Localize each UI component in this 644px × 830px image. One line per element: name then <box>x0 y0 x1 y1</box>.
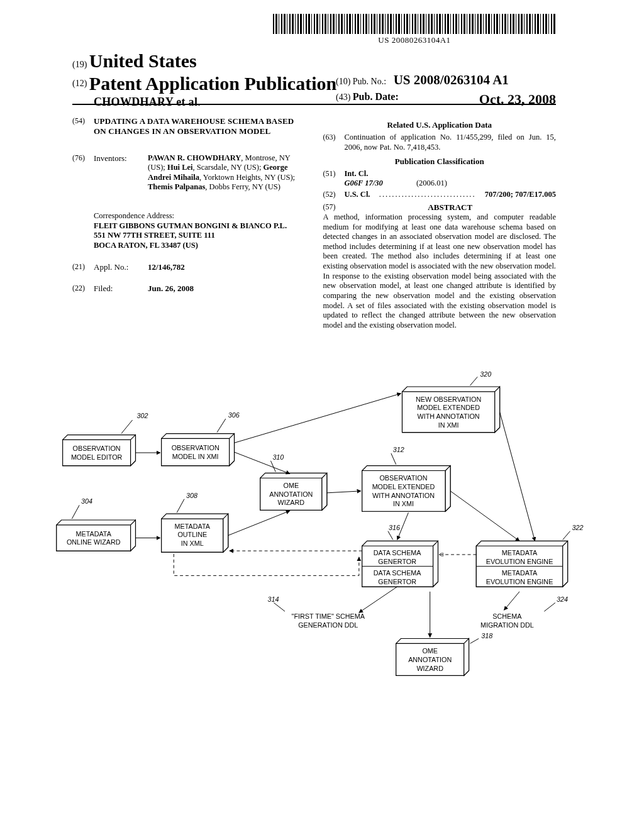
svg-text:MODEL EXTENDED: MODEL EXTENDED <box>417 404 480 411</box>
correspondence-label: Correspondence Address: <box>94 211 306 221</box>
filed-date: Jun. 26, 2008 <box>148 284 194 294</box>
uscl-value: 707/200; 707/E17.005 <box>485 190 556 200</box>
svg-line-55 <box>359 587 397 612</box>
appl-number: 12/146,782 <box>148 262 185 272</box>
pub-date: Oct. 23, 2008 <box>479 91 556 108</box>
inventors: PAWAN R. CHOWDHARY, Montrose, NY (US); H… <box>148 153 306 193</box>
svg-text:304: 304 <box>81 498 92 506</box>
box-322: METADATA EVOLUTION ENGINE METADATA EVOLU… <box>476 541 567 587</box>
code-76: (76) <box>72 153 94 193</box>
doc-type: Patent Application Publication <box>89 73 336 94</box>
correspondence-street: 551 NW 77TH STREET, SUITE 111 <box>94 231 306 241</box>
svg-text:ANNOTATION: ANNOTATION <box>269 490 313 498</box>
svg-text:IN XMI: IN XMI <box>438 421 459 429</box>
box-306: OBSERVATION MODEL IN XMI <box>162 434 235 466</box>
related-text: Continuation of application No. 11/455,2… <box>345 133 557 152</box>
box-304: METADATA ONLINE WIZARD <box>57 520 136 551</box>
correspondence-name: FLEIT GIBBONS GUTMAN BONGINI & BIANCO P.… <box>94 221 306 231</box>
svg-text:SCHEMA: SCHEMA <box>492 612 522 620</box>
svg-line-52 <box>228 511 290 535</box>
svg-text:METADATA: METADATA <box>76 530 112 538</box>
svg-text:IN XMI: IN XMI <box>393 500 414 507</box>
svg-text:ANNOTATION: ANNOTATION <box>408 656 452 663</box>
pub-number: US 2008/0263104 A1 <box>394 72 509 87</box>
code-51: (51) <box>323 169 345 189</box>
svg-text:IN XML: IN XML <box>181 540 204 547</box>
intcl-code: G06F 17/30 <box>345 179 383 187</box>
svg-text:314: 314 <box>268 595 279 603</box>
svg-text:METADATA: METADATA <box>502 569 538 577</box>
svg-text:MODEL EXTENDED: MODEL EXTENDED <box>372 483 435 490</box>
svg-text:ONLINE WIZARD: ONLINE WIZARD <box>67 538 121 546</box>
svg-text:OBSERVATION: OBSERVATION <box>73 445 121 452</box>
svg-text:DATA SCHEMA: DATA SCHEMA <box>374 549 421 556</box>
svg-text:NEW OBSERVATION: NEW OBSERVATION <box>416 396 481 403</box>
related-heading: Related U.S. Application Data <box>323 120 557 130</box>
svg-line-57 <box>450 491 519 541</box>
svg-text:MIGRATION DDL: MIGRATION DDL <box>480 621 534 629</box>
code-57: (57) <box>323 202 345 213</box>
svg-text:WITH ANNOTATION: WITH ANNOTATION <box>418 412 480 420</box>
box-316: DATA SCHEMA GENERTOR DATA SCHEMA GENERTO… <box>362 541 438 587</box>
svg-text:324: 324 <box>557 595 568 603</box>
code-12: (12) <box>72 79 87 88</box>
box-318: OME ANNOTATION WIZARD <box>396 638 469 675</box>
barcode-text: US 20080263104A1 <box>273 35 556 45</box>
intcl-version: (2006.01) <box>416 179 447 187</box>
filed-label: Filed: <box>94 284 148 294</box>
code-10: (10) <box>336 77 350 86</box>
svg-text:312: 312 <box>393 446 404 453</box>
svg-line-53 <box>327 491 361 493</box>
pubno-label: Pub. No.: <box>353 77 386 86</box>
right-column: Related U.S. Application Data (63) Conti… <box>323 116 557 330</box>
box-320: NEW OBSERVATION MODEL EXTENDED WITH ANNO… <box>402 387 500 433</box>
invention-title: UPDATING A DATA WAREHOUSE SCHEMA BASED O… <box>94 116 306 137</box>
inventors-label: Inventors: <box>94 153 148 193</box>
svg-text:306: 306 <box>228 411 240 419</box>
svg-text:320: 320 <box>480 371 491 378</box>
svg-text:MODEL EDITOR: MODEL EDITOR <box>71 453 123 461</box>
barcode-icon <box>273 14 556 34</box>
box-312: OBSERVATION MODEL EXTENDED WITH ANNOTATI… <box>362 466 450 512</box>
svg-text:METADATA: METADATA <box>502 549 538 556</box>
svg-line-54 <box>235 394 401 443</box>
pubdate-label: Pub. Date: <box>353 91 399 102</box>
box-308: METADATA OUTLINE IN XML <box>162 514 228 552</box>
figure-1: OBSERVATION MODEL EDITOR 302 METADATA ON… <box>50 371 587 805</box>
svg-text:OBSERVATION: OBSERVATION <box>379 474 427 482</box>
svg-text:EVOLUTION ENGINE: EVOLUTION ENGINE <box>486 558 553 565</box>
pubclass-heading: Publication Classification <box>323 157 557 167</box>
svg-text:322: 322 <box>572 524 583 531</box>
svg-text:OUTLINE: OUTLINE <box>177 531 207 539</box>
svg-text:308: 308 <box>186 492 197 499</box>
correspondence-city: BOCA RATON, FL 33487 (US) <box>94 241 306 251</box>
svg-text:METADATA: METADATA <box>175 523 211 530</box>
svg-text:EVOLUTION ENGINE: EVOLUTION ENGINE <box>486 578 553 585</box>
applno-label: Appl. No.: <box>94 262 148 272</box>
svg-text:"FIRST TIME" SCHEMA: "FIRST TIME" SCHEMA <box>292 612 365 620</box>
uscl-label: U.S. Cl. <box>345 190 370 200</box>
dot-leader: .............................. <box>370 190 484 200</box>
svg-text:318: 318 <box>481 632 492 639</box>
code-52: (52) <box>323 190 345 200</box>
svg-text:OME: OME <box>422 647 438 655</box>
code-22: (22) <box>72 284 94 294</box>
code-19: (19) <box>72 60 87 69</box>
svg-text:OME: OME <box>284 482 299 489</box>
svg-text:OBSERVATION: OBSERVATION <box>172 444 219 451</box>
svg-line-59 <box>504 592 519 610</box>
svg-text:GENERATION DDL: GENERATION DDL <box>298 621 358 629</box>
barcode-block: US 20080263104A1 <box>273 14 556 45</box>
country: United States <box>89 50 197 71</box>
box-310: OME ANNOTATION WIZARD <box>260 473 327 510</box>
abstract-heading: ABSTRACT <box>345 202 557 213</box>
svg-line-58 <box>500 412 535 541</box>
code-54: (54) <box>72 116 94 137</box>
svg-text:310: 310 <box>272 453 284 461</box>
code-43: (43) <box>336 92 350 102</box>
header: (19) United States (12) Patent Applicati… <box>72 49 556 109</box>
svg-text:302: 302 <box>136 412 148 419</box>
code-21: (21) <box>72 262 94 272</box>
body-columns: (54) UPDATING A DATA WAREHOUSE SCHEMA BA… <box>72 116 556 330</box>
patent-cover-page: US 20080263104A1 (19) United States (12)… <box>0 0 644 830</box>
